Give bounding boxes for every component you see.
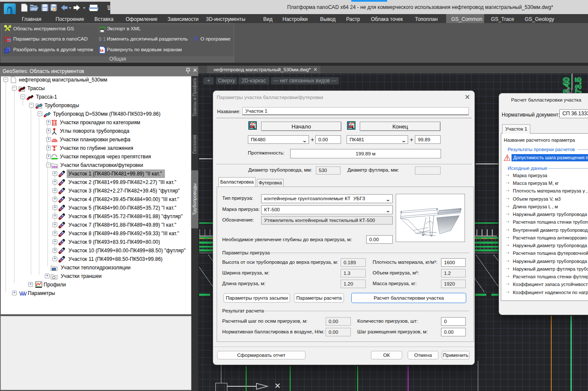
svg-text:EXP: EXP (4, 36, 10, 39)
svg-text:PAR: PAR (4, 39, 10, 42)
svg-text:XML: XML (99, 26, 106, 29)
svg-text:ta: ta (100, 48, 103, 53)
